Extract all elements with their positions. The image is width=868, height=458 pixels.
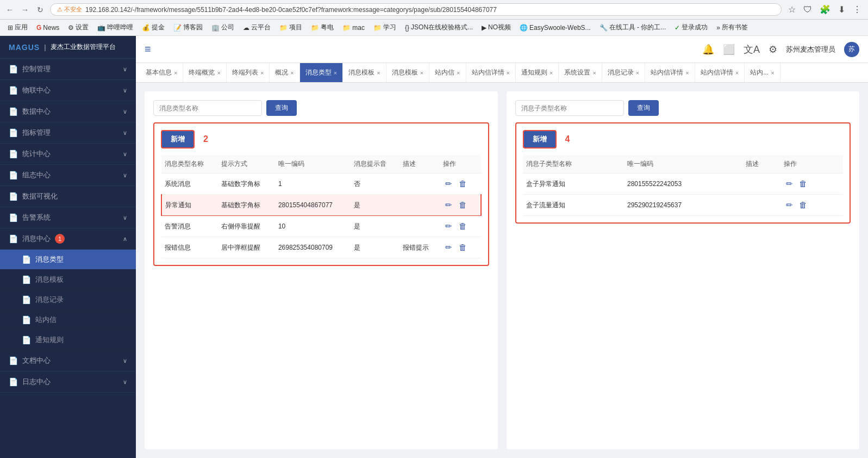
tab-station-detail-3[interactable]: 站内信详情 ×	[695, 63, 745, 82]
tab-message-template-1-close[interactable]: ×	[377, 70, 380, 76]
edit-button-error[interactable]: ✏	[443, 242, 454, 253]
edit-sub-button-1[interactable]: ✏	[784, 178, 795, 190]
bookmark-blog[interactable]: 📝 博客园	[170, 22, 206, 33]
table-row-selected[interactable]: 异常通知 基础数字角标 280155404867077 是 ✏ 🗑	[161, 195, 481, 216]
menu-icon[interactable]: ⋮	[851, 3, 864, 16]
tab-overview[interactable]: 概况 ×	[270, 63, 299, 82]
user-avatar[interactable]: 苏	[844, 42, 859, 57]
tab-station-msg[interactable]: 站内信 ×	[429, 63, 466, 82]
table-row-box-flow[interactable]: 盒子流量通知 295290219245637 ✏ 🗑	[523, 195, 844, 216]
sidebar-item-logs[interactable]: 📄 日志中心 ∨	[0, 372, 136, 393]
bookmark-tools[interactable]: 🔧 在线工具 - 你的工...	[596, 22, 670, 33]
bookmark-video[interactable]: ▶ NO视频	[478, 22, 514, 33]
tab-terminal-overview[interactable]: 终端概览 ×	[183, 63, 226, 82]
tab-message-template-2-close[interactable]: ×	[420, 70, 423, 76]
back-button[interactable]: ←	[4, 4, 15, 15]
tab-message-template-1[interactable]: 消息模板 ×	[343, 63, 386, 82]
download-icon[interactable]: ⬇	[836, 3, 847, 16]
sidebar-item-data[interactable]: 📄 数据中心 ∨	[0, 101, 136, 122]
edit-button-alarm[interactable]: ✏	[443, 220, 454, 232]
bookmark-learn[interactable]: 📁 学习	[370, 22, 399, 33]
extension-icon[interactable]: 🧩	[817, 3, 833, 16]
tab-station-detail-2-close[interactable]: ×	[685, 70, 689, 76]
tab-message-record-close[interactable]: ×	[636, 70, 639, 76]
tab-system-settings-close[interactable]: ×	[592, 70, 596, 76]
tab-message-record[interactable]: 消息记录 ×	[602, 63, 645, 82]
bookmark-cloud[interactable]: ☁ 云平台	[240, 22, 274, 33]
sidebar-item-config[interactable]: 📄 组态中心 ∨	[0, 165, 136, 186]
bookmark-json[interactable]: {} JSON在线校验格式...	[402, 22, 476, 33]
sidebar-sub-item-notify-rule[interactable]: 📄 通知规则	[0, 330, 136, 350]
sidebar-sub-item-message-type[interactable]: 📄 消息类型	[0, 250, 136, 270]
star-icon[interactable]: ☆	[786, 3, 798, 16]
delete-sub-button-1[interactable]: 🗑	[797, 178, 809, 189]
tab-notify-rule[interactable]: 通知规则 ×	[516, 63, 559, 82]
sidebar-item-stats[interactable]: 📄 统计中心 ∨	[0, 144, 136, 165]
table-row[interactable]: 系统消息 基础数字角标 1 否 ✏ 🗑	[161, 174, 481, 195]
sidebar-sub-item-message-record[interactable]: 📄 消息记录	[0, 290, 136, 310]
bookmark-easyswoole[interactable]: 🌐 EasySwoole-WebS...	[516, 23, 594, 33]
sidebar-item-metrics[interactable]: 📄 指标管理 ∨	[0, 122, 136, 144]
bookmark-yuedian[interactable]: 📁 粤电	[308, 22, 337, 33]
sidebar-item-control[interactable]: 📄 控制管理 ∨	[0, 59, 136, 80]
table-row-error[interactable]: 报错信息 居中弹框提醒 269825354080709 是 报错提示 ✏ 🗑	[161, 237, 481, 258]
tab-station-detail-3-close[interactable]: ×	[735, 70, 739, 76]
table-row-alarm[interactable]: 告警消息 右侧停靠提醒 10 是 ✏ 🗑	[161, 216, 481, 237]
bookmark-settings[interactable]: ⚙ 设置	[65, 22, 92, 33]
sidebar-item-alarm[interactable]: 📄 告警系统 ∨	[0, 207, 136, 228]
tab-station-detail-2[interactable]: 站内信详情 ×	[645, 63, 695, 82]
tab-message-type-close[interactable]: ×	[334, 70, 337, 76]
delete-button-alarm[interactable]: 🗑	[457, 220, 469, 232]
tab-message-type[interactable]: 消息类型 ×	[300, 63, 343, 82]
tab-station-msg-detail-close[interactable]: ×	[507, 70, 510, 76]
tab-terminal-list[interactable]: 终端列表 ×	[227, 63, 270, 82]
translate-icon[interactable]: 文A	[744, 43, 760, 56]
tab-terminal-list-close[interactable]: ×	[260, 70, 264, 76]
tab-station-msg-detail[interactable]: 站内信详情 ×	[466, 63, 516, 82]
tab-station-ellipsis[interactable]: 站内... ×	[745, 63, 780, 82]
tab-overview-close[interactable]: ×	[290, 70, 294, 76]
tab-station-msg-close[interactable]: ×	[457, 70, 460, 76]
delete-button-selected[interactable]: 🗑	[457, 199, 469, 211]
bookmark-company[interactable]: 🏢 公司	[208, 22, 238, 33]
tab-notify-rule-close[interactable]: ×	[549, 70, 553, 76]
bookmark-apps[interactable]: ⊞ 应用	[4, 22, 31, 33]
notification-icon[interactable]: 🔔	[702, 44, 714, 55]
bookmark-news[interactable]: G News	[33, 23, 63, 33]
sidebar-item-docs[interactable]: 📄 文档中心 ∨	[0, 350, 136, 372]
fullscreen-icon[interactable]: ⬜	[723, 44, 735, 55]
bookmark-project[interactable]: 📁 项目	[276, 22, 305, 33]
bookmark-gold[interactable]: 💰 提金	[139, 22, 168, 33]
delete-sub-button-2[interactable]: 🗑	[797, 199, 809, 211]
edit-button-selected[interactable]: ✏	[443, 199, 454, 211]
table-row-box-abnormal[interactable]: 盒子异常通知 280155522242053 ✏ 🗑	[523, 174, 844, 195]
shield-icon[interactable]: 🛡	[801, 4, 814, 16]
edit-button[interactable]: ✏	[443, 178, 454, 190]
bookmark-bilibili[interactable]: 📺 哗哩哗哩	[94, 22, 136, 33]
tab-basic-info[interactable]: 基本信息 ×	[140, 63, 183, 82]
left-search-button[interactable]: 查询	[266, 100, 297, 116]
forward-button[interactable]: →	[20, 4, 30, 15]
left-search-input[interactable]	[153, 100, 262, 116]
reload-button[interactable]: ↻	[35, 4, 46, 15]
left-add-button[interactable]: 新增	[161, 130, 195, 148]
tab-station-ellipsis-close[interactable]: ×	[771, 70, 774, 76]
bookmark-login[interactable]: ✓ 登录成功	[671, 22, 711, 33]
bookmark-all[interactable]: » 所有书签	[713, 22, 751, 33]
right-search-input[interactable]	[515, 100, 624, 116]
url-bar[interactable]: ⚠ 不安全 192.168.20.142/-/framework/message…	[50, 3, 782, 16]
tab-message-template-2[interactable]: 消息模板 ×	[386, 63, 429, 82]
sidebar-item-message[interactable]: 📄 消息中心 1 ∧	[0, 228, 136, 250]
sidebar-item-iot[interactable]: 📄 物联中心 ∨	[0, 80, 136, 101]
hamburger-icon[interactable]: ≡	[145, 43, 151, 55]
delete-button[interactable]: 🗑	[457, 178, 469, 189]
right-search-button[interactable]: 查询	[628, 100, 659, 116]
sidebar-item-visualization[interactable]: 📄 数据可视化	[0, 186, 136, 207]
edit-sub-button-2[interactable]: ✏	[784, 199, 795, 211]
delete-button-error[interactable]: 🗑	[457, 242, 469, 253]
tab-terminal-overview-close[interactable]: ×	[217, 70, 220, 76]
bookmark-mac[interactable]: 📁 mac	[339, 23, 368, 33]
tab-basic-info-close[interactable]: ×	[174, 70, 177, 76]
sidebar-sub-item-station-msg[interactable]: 📄 站内信	[0, 310, 136, 330]
tab-system-settings[interactable]: 系统设置 ×	[559, 63, 602, 82]
